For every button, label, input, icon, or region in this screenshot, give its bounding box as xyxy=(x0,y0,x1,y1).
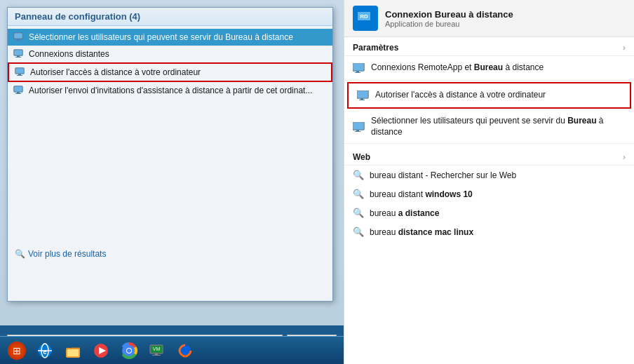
svg-rect-6 xyxy=(15,57,21,58)
result-item-3[interactable]: Autoriser l'accès à distance à votre ord… xyxy=(8,62,332,82)
result-text-1: Sélectionner les utilisateurs qui peuven… xyxy=(29,32,293,42)
search-icon-web4: 🔍 xyxy=(353,227,364,237)
vm-button[interactable]: VM xyxy=(144,339,170,362)
svg-text:e: e xyxy=(43,348,47,356)
explorer-button[interactable] xyxy=(60,339,86,362)
svg-rect-32 xyxy=(155,353,158,355)
svg-rect-51 xyxy=(356,130,359,131)
svg-text:VM: VM xyxy=(153,346,161,351)
result-item-2[interactable]: Connexions distantes xyxy=(8,46,332,62)
svg-rect-38 xyxy=(360,21,365,23)
selectionner-icon xyxy=(353,121,365,133)
web-result-1[interactable]: 🔍 bureau distant - Rechercher sur le Web xyxy=(344,166,634,184)
search-results-window: Panneau de configuration (4) Sélectionne… xyxy=(7,7,333,302)
search-icon-web1: 🔍 xyxy=(353,170,364,180)
windows7-panel: Panneau de configuration (4) Sélectionne… xyxy=(0,0,344,364)
web-chevron[interactable]: › xyxy=(623,152,626,162)
firefox-button[interactable] xyxy=(173,339,198,362)
svg-rect-2 xyxy=(15,40,21,41)
svg-rect-10 xyxy=(17,75,22,76)
svg-rect-15 xyxy=(15,87,22,91)
result-item-4[interactable]: Autoriser l'envoi d'invitations d'assist… xyxy=(8,82,332,99)
svg-point-29 xyxy=(127,349,131,353)
app-subtitle: Application de bureau xyxy=(385,20,513,28)
search-icon-small: 🔍 xyxy=(15,249,25,259)
result-text-2: Connexions distantes xyxy=(29,49,109,59)
selectionner-text: Sélectionner les utilisateurs qui peuven… xyxy=(371,116,626,137)
svg-rect-39 xyxy=(358,23,370,25)
svg-rect-3 xyxy=(15,34,22,38)
svg-rect-44 xyxy=(355,72,360,73)
svg-rect-5 xyxy=(17,55,20,57)
web-result-3[interactable]: 🔍 bureau a distance xyxy=(344,203,634,222)
search-icon-web3: 🔍 xyxy=(353,208,364,218)
app-icon: RD xyxy=(353,6,378,31)
svg-text:RD: RD xyxy=(360,13,368,20)
autoriser-acces-icon xyxy=(357,89,370,102)
parametres-chevron[interactable]: › xyxy=(623,43,626,53)
voir-plus-text: Voir plus de résultats xyxy=(28,249,106,259)
web-result-1-text: bureau distant - Rechercher sur le Web xyxy=(370,170,516,180)
svg-rect-42 xyxy=(353,64,363,70)
autoriser-acces-text: Autoriser l'accès à distance à votre ord… xyxy=(375,90,621,101)
parametres-header-row: Paramètres › xyxy=(344,37,634,56)
selectionner-utilisateurs-item[interactable]: Sélectionner les utilisateurs qui peuven… xyxy=(344,110,634,144)
ie-button[interactable]: e xyxy=(32,339,58,362)
results-header: Panneau de configuration (4) xyxy=(8,8,332,26)
svg-rect-43 xyxy=(356,71,359,72)
connexions-remoteapp-text: Connexions RemoteApp et Bureau à distanc… xyxy=(371,62,626,74)
svg-rect-7 xyxy=(15,50,22,55)
svg-rect-46 xyxy=(358,91,367,97)
svg-rect-11 xyxy=(16,69,23,73)
connexions-remoteapp-item[interactable]: Connexions RemoteApp et Bureau à distanc… xyxy=(344,56,634,81)
svg-rect-33 xyxy=(152,355,161,356)
voir-plus-link[interactable]: 🔍 Voir plus de résultats xyxy=(15,249,106,259)
web-result-2[interactable]: 🔍 bureau distant windows 10 xyxy=(344,184,634,203)
app-title: Connexion Bureau à distance xyxy=(385,9,513,20)
svg-rect-9 xyxy=(18,74,21,75)
chrome-button[interactable] xyxy=(116,339,142,362)
web-header: Web xyxy=(353,152,370,162)
results-title: Panneau de configuration (4) xyxy=(15,11,140,22)
web-result-4-text: bureau distance mac linux xyxy=(370,227,473,237)
start-button-win7[interactable]: ⊞ xyxy=(4,339,29,362)
result-icon-1 xyxy=(13,32,25,43)
app-result-top[interactable]: RD Connexion Bureau à distance Applicati… xyxy=(344,0,634,37)
web-result-2-text: bureau distant windows 10 xyxy=(370,189,473,199)
svg-rect-47 xyxy=(360,98,363,100)
results-list: Sélectionner les utilisateurs qui peuven… xyxy=(8,26,332,102)
autoriser-acces-item[interactable]: Autoriser l'accès à distance à votre ord… xyxy=(347,82,631,109)
parametres-header: Paramètres xyxy=(353,43,398,53)
result-icon-3 xyxy=(15,67,26,78)
web-result-4[interactable]: 🔍 bureau distance mac linux xyxy=(344,222,634,241)
svg-rect-14 xyxy=(15,93,21,94)
remoteapp-icon xyxy=(353,62,365,74)
app-info: Connexion Bureau à distance Application … xyxy=(385,9,513,28)
windows10-panel: RD Connexion Bureau à distance Applicati… xyxy=(344,0,634,364)
result-icon-4 xyxy=(13,85,25,96)
web-header-row: Web › xyxy=(344,147,634,166)
result-text-3: Autoriser l'accès à distance à votre ord… xyxy=(30,67,201,77)
result-text-4: Autoriser l'envoi d'invitations d'assist… xyxy=(29,86,312,95)
svg-rect-24 xyxy=(67,349,79,356)
result-icon-2 xyxy=(13,48,25,60)
svg-rect-52 xyxy=(355,131,360,132)
media-button[interactable] xyxy=(88,339,114,362)
svg-rect-13 xyxy=(17,92,20,93)
svg-text:⊞: ⊞ xyxy=(13,345,21,356)
svg-rect-50 xyxy=(353,123,363,129)
svg-rect-48 xyxy=(359,100,365,100)
svg-rect-1 xyxy=(17,39,20,40)
result-item-1[interactable]: Sélectionner les utilisateurs qui peuven… xyxy=(8,29,332,46)
web-result-3-text: bureau a distance xyxy=(370,208,439,218)
search-icon-web2: 🔍 xyxy=(353,189,364,199)
taskbar-win7: ⊞ e xyxy=(0,336,344,364)
